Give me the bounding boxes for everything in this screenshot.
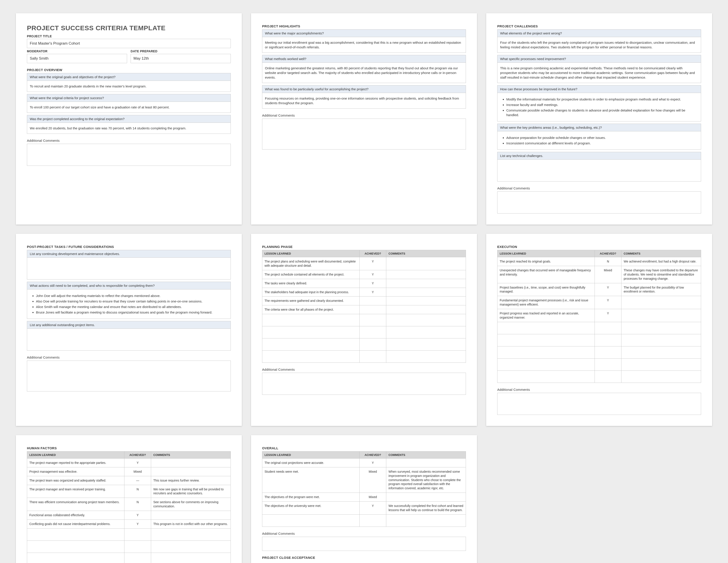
highlights-a1[interactable]: Meeting our initial enrollment goal was … (262, 37, 466, 53)
highlights-additional-comments[interactable] (262, 118, 466, 149)
achieved-cell[interactable]: Y (360, 458, 386, 467)
page-post-project: POST-PROJECT TASKS / FUTURE CONSIDERATIO… (16, 234, 242, 426)
achieved-cell[interactable]: Y (595, 283, 621, 296)
project-title-input[interactable]: First Master's Program Cohort (27, 39, 231, 48)
post-additional-comments[interactable] (27, 361, 231, 392)
comment-cell[interactable] (386, 297, 466, 305)
lesson-cell[interactable]: Conflicting goals did not cause interdep… (27, 520, 124, 529)
achieved-cell[interactable]: Y (360, 502, 386, 515)
challenges-a2[interactable]: This is a new program combining academic… (497, 62, 701, 83)
achieved-cell[interactable]: Y (595, 296, 621, 309)
achieved-cell[interactable]: N (124, 498, 151, 511)
lesson-cell[interactable]: The tasks were clearly defined. (262, 279, 360, 288)
comment-cell[interactable] (151, 511, 231, 520)
execution-additional-comments[interactable] (497, 393, 701, 415)
comment-cell[interactable]: The budget planned for the possibility o… (621, 283, 701, 296)
lesson-cell[interactable]: The requirements were gathered and clear… (262, 297, 360, 305)
achieved-cell[interactable]: Y (124, 520, 151, 529)
post-a3[interactable] (27, 329, 231, 351)
achieved-cell[interactable]: Y (360, 279, 386, 288)
overview-a2[interactable]: To enroll 100 percent of our target coho… (27, 102, 231, 113)
lesson-cell[interactable]: The project team was organized and adequ… (27, 476, 124, 485)
comment-cell[interactable]: We now see gaps in training that will be… (151, 485, 231, 498)
comment-cell[interactable] (386, 458, 466, 467)
lesson-cell[interactable]: The project schedule contained all eleme… (262, 270, 360, 279)
comment-cell[interactable]: When surveyed, most students recommended… (386, 467, 466, 493)
lesson-cell[interactable]: The project manager and team received pr… (27, 485, 124, 498)
achieved-cell[interactable] (360, 305, 386, 314)
lesson-cell[interactable]: Functional areas collaborated effectivel… (27, 511, 124, 520)
comment-cell[interactable]: We successfully completed the first coho… (386, 502, 466, 515)
highlights-a3[interactable]: Focusing resources on marketing, providi… (262, 93, 466, 109)
achieved-cell[interactable]: Mixed (124, 467, 151, 476)
achieved-cell[interactable]: Y (124, 458, 151, 467)
achieved-cell[interactable]: — (124, 476, 151, 485)
lesson-cell[interactable]: The objectives of the university were me… (262, 502, 360, 515)
comment-cell[interactable]: This program is not in conflict with our… (151, 520, 231, 529)
table-row-blank (27, 540, 231, 553)
date-prepared-input[interactable]: May 12th (131, 54, 231, 63)
lesson-cell[interactable]: Project progress was tracked and reporte… (497, 309, 595, 322)
comment-cell[interactable]: See sections above for comments on impro… (151, 498, 231, 511)
achieved-cell[interactable]: Y (360, 288, 386, 297)
lesson-cell[interactable]: The objectives of the program were met. (262, 493, 360, 502)
lesson-cell[interactable]: The project manager reported to the appr… (27, 458, 124, 467)
achieved-cell[interactable]: Y (595, 309, 621, 322)
comment-cell[interactable] (151, 467, 231, 476)
challenges-a3[interactable]: Modify the informational materials for p… (497, 93, 701, 121)
challenges-a1[interactable]: Four of the students who left the progra… (497, 37, 701, 53)
lesson-cell[interactable]: Student needs were met. (262, 467, 360, 493)
achieved-cell[interactable]: Y (360, 270, 386, 279)
table-row: The project manager and team received pr… (27, 485, 231, 498)
achieved-cell[interactable] (360, 297, 386, 305)
lesson-cell[interactable]: There was efficient communication among … (27, 498, 124, 511)
achieved-cell[interactable]: Y (360, 257, 386, 270)
lesson-cell[interactable]: Fundamental project management processes… (497, 296, 595, 309)
overview-a1[interactable]: To recruit and maintain 20 graduate stud… (27, 81, 231, 92)
comment-cell[interactable] (386, 270, 466, 279)
col-achieved: ACHIEVED? (124, 451, 151, 458)
achieved-cell[interactable]: N (124, 485, 151, 498)
comment-cell[interactable] (621, 309, 701, 322)
post-a1[interactable] (27, 257, 231, 279)
lesson-cell[interactable]: The criteria were clear for all phases o… (262, 305, 360, 314)
comment-cell[interactable] (151, 458, 231, 467)
comment-cell[interactable]: This issue requires further review. (151, 476, 231, 485)
lesson-cell[interactable]: The original cost projections were accur… (262, 458, 360, 467)
achieved-cell[interactable]: N (595, 257, 621, 266)
table-row: The tasks were clearly defined.Y (262, 279, 466, 288)
achieved-cell[interactable]: Mixed (595, 266, 621, 283)
challenges-a4[interactable]: Advance preparation for possible schedul… (497, 131, 701, 150)
overview-additional-comments[interactable] (27, 144, 231, 166)
comment-cell[interactable] (386, 305, 466, 314)
highlights-a2[interactable]: Online marketing generated the greatest … (262, 62, 466, 83)
achieved-cell[interactable]: Mixed (360, 467, 386, 493)
overview-a3[interactable]: We enrolled 20 students, but the graduat… (27, 122, 231, 134)
overall-additional-comments[interactable] (262, 537, 466, 551)
project-overview-heading: PROJECT OVERVIEW (27, 68, 231, 72)
achieved-cell[interactable]: Mixed (360, 493, 386, 502)
col-comments: COMMENTS (386, 250, 466, 257)
comment-cell[interactable] (386, 493, 466, 502)
lesson-cell[interactable]: The project reached its original goals. (497, 257, 595, 266)
comment-cell[interactable] (386, 279, 466, 288)
lesson-cell[interactable]: Unexpected changes that occurred were of… (497, 266, 595, 283)
table-row-blank (262, 326, 466, 339)
lesson-cell[interactable]: Project baselines (i.e., time, scope, an… (497, 283, 595, 296)
post-a2[interactable]: John Doe will adjust the marketing mater… (27, 289, 231, 319)
challenges-a5[interactable] (497, 159, 701, 181)
lesson-cell[interactable]: The project plans and scheduling were we… (262, 257, 360, 270)
achieved-cell[interactable]: Y (124, 511, 151, 520)
comment-cell[interactable] (386, 288, 466, 297)
lesson-cell[interactable]: The stakeholders had adequate input in t… (262, 288, 360, 297)
planning-additional-comments[interactable] (262, 373, 466, 395)
challenges-additional-comments[interactable] (497, 191, 701, 213)
comment-cell[interactable] (386, 257, 466, 270)
comment-cell[interactable] (621, 296, 701, 309)
comment-cell[interactable]: We achieved enrollment, but had a high d… (621, 257, 701, 266)
comment-cell[interactable]: These changes may have contributed to th… (621, 266, 701, 283)
moderator-input[interactable]: Sally Smith (27, 54, 127, 63)
moderator-label: MODERATOR (27, 49, 127, 53)
col-lesson: LESSON LEARNED (262, 250, 360, 257)
lesson-cell[interactable]: Project management was effective. (27, 467, 124, 476)
